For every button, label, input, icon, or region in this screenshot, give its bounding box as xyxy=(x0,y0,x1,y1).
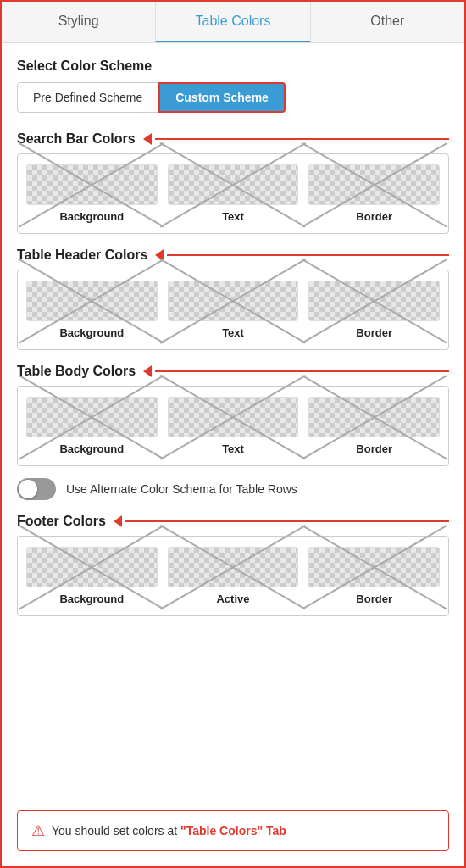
footer-colors-header: Footer Colors xyxy=(17,514,449,529)
swatch-preview xyxy=(308,547,440,587)
swatch-preview xyxy=(308,281,440,321)
table-header-colors-header: Table Header Colors xyxy=(17,248,449,263)
swatch-preview xyxy=(308,397,440,437)
alternate-toggle-label: Use Alternate Color Schema for Table Row… xyxy=(66,481,297,498)
footer-text-highlight: "Table Colors" Tab xyxy=(180,824,286,837)
search-bar-swatches: Background Text Border xyxy=(17,153,449,234)
custom-scheme-button[interactable]: Custom Scheme xyxy=(158,82,286,113)
footer-colors-title: Footer Colors xyxy=(17,514,106,529)
swatch-label: Background xyxy=(59,210,124,223)
search-bar-colors-header: Search Bar Colors xyxy=(17,131,449,147)
swatch-search-background[interactable]: Background xyxy=(21,161,163,226)
swatch-label: Active xyxy=(216,593,249,605)
swatch-label: Border xyxy=(356,442,392,455)
tab-styling[interactable]: Styling xyxy=(2,2,156,42)
footer-swatches: Background Active Border xyxy=(17,536,449,616)
alternate-toggle-row: Use Alternate Color Schema for Table Row… xyxy=(17,478,449,500)
color-scheme-row: Pre Defined Scheme Custom Scheme xyxy=(17,82,449,113)
search-bar-arrow xyxy=(144,133,449,145)
warning-icon: ⚠ xyxy=(31,821,45,840)
swatch-header-background[interactable]: Background xyxy=(21,277,163,342)
table-body-arrow xyxy=(144,365,449,377)
table-body-swatches: Background Text Border xyxy=(17,386,449,466)
arrow-head-icon xyxy=(143,365,152,377)
footer-text-before: You should set colors at xyxy=(52,824,180,837)
arrow-head-icon xyxy=(143,133,152,145)
footer-message-bar: ⚠ You should set colors at "Table Colors… xyxy=(17,810,449,851)
swatch-label: Background xyxy=(59,326,124,339)
swatch-preview xyxy=(168,547,299,587)
arrow-head-icon xyxy=(114,515,122,527)
swatch-header-text[interactable]: Text xyxy=(163,277,304,342)
swatch-body-background[interactable]: Background xyxy=(21,393,163,459)
tab-table-colors[interactable]: Table Colors xyxy=(156,2,310,42)
tab-styling-label: Styling xyxy=(58,14,99,28)
tab-other[interactable]: Other xyxy=(311,2,464,42)
toggle-knob xyxy=(19,480,37,498)
swatch-footer-background[interactable]: Background xyxy=(21,543,163,609)
swatch-body-text[interactable]: Text xyxy=(163,393,304,459)
tab-bar: Styling Table Colors Other xyxy=(2,2,464,43)
swatch-preview xyxy=(26,164,158,205)
main-footer: ⚠ You should set colors at "Table Colors… xyxy=(2,797,464,866)
swatch-header-border[interactable]: Border xyxy=(303,277,445,342)
swatch-footer-border[interactable]: Border xyxy=(303,543,445,609)
swatch-body-border[interactable]: Border xyxy=(303,393,445,459)
main-container: Styling Table Colors Other Select Color … xyxy=(0,0,466,868)
search-bar-colors-title: Search Bar Colors xyxy=(17,131,136,147)
swatch-search-text[interactable]: Text xyxy=(163,161,304,226)
footer-message-text: You should set colors at "Table Colors" … xyxy=(52,824,286,837)
swatch-preview xyxy=(26,281,158,321)
swatch-preview xyxy=(168,397,299,437)
tab-table-colors-label: Table Colors xyxy=(196,14,271,28)
swatch-label: Border xyxy=(356,326,392,339)
tab-other-label: Other xyxy=(370,14,404,28)
swatch-label: Background xyxy=(59,442,124,455)
swatch-preview xyxy=(26,397,158,437)
swatch-preview xyxy=(168,164,299,205)
color-scheme-title: Select Color Scheme xyxy=(17,58,449,74)
swatch-label: Text xyxy=(222,210,244,223)
content-area: Select Color Scheme Pre Defined Scheme C… xyxy=(2,43,464,797)
swatch-preview xyxy=(26,547,158,587)
table-body-colors-title: Table Body Colors xyxy=(17,364,136,379)
swatch-preview xyxy=(308,164,440,205)
table-header-colors-title: Table Header Colors xyxy=(17,248,147,263)
swatch-search-border[interactable]: Border xyxy=(303,161,445,226)
swatch-label: Text xyxy=(222,442,244,455)
swatch-label: Text xyxy=(222,326,244,339)
table-header-swatches: Background Text Border xyxy=(17,270,449,350)
swatch-footer-active[interactable]: Active xyxy=(163,543,304,609)
table-body-colors-header: Table Body Colors xyxy=(17,364,449,379)
alternate-color-toggle[interactable] xyxy=(17,478,56,500)
swatch-label: Border xyxy=(356,210,392,223)
swatch-label: Background xyxy=(59,593,124,605)
swatch-label: Border xyxy=(356,593,392,605)
swatch-preview xyxy=(168,281,299,321)
predefined-scheme-button[interactable]: Pre Defined Scheme xyxy=(17,82,158,113)
